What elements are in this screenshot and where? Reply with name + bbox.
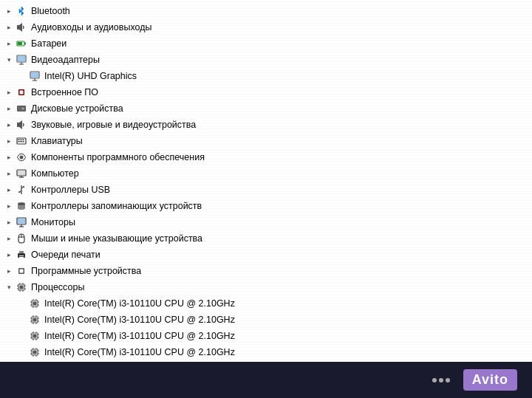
tree-item-disk[interactable]: Дисковые устройства	[0, 100, 532, 117]
label-keyboard: Клавиатуры	[31, 136, 83, 146]
svg-rect-81	[33, 334, 37, 338]
icon-mice	[15, 232, 28, 245]
svg-rect-18	[17, 123, 19, 127]
tree-item-cpu4[interactable]: Intel(R) Core(TM) i3-10110U CPU @ 2.10GH…	[0, 344, 532, 360]
tree-item-keyboard[interactable]: Клавиатуры	[0, 133, 532, 149]
label-intel-uhd: Intel(R) UHD Graphics	[44, 71, 137, 81]
avito-watermark: Avito	[432, 369, 517, 391]
icon-software	[15, 151, 28, 164]
svg-rect-29	[18, 171, 25, 175]
icon-disk	[15, 102, 28, 115]
expander-sound[interactable]	[3, 119, 15, 131]
expander-firmware[interactable]	[3, 86, 15, 98]
expander-display[interactable]	[3, 54, 15, 66]
icon-cpu3	[28, 329, 41, 343]
icon-cpu1	[28, 297, 41, 310]
tree-item-computer[interactable]: Компьютер	[0, 165, 532, 182]
icon-storage-ctrl	[15, 199, 28, 213]
label-print-queue: Очереди печати	[31, 250, 100, 260]
expander-keyboard[interactable]	[3, 135, 15, 147]
svg-rect-91	[33, 351, 37, 354]
expander-prog-devices[interactable]	[3, 265, 15, 277]
svg-rect-49	[20, 270, 24, 273]
svg-rect-22	[21, 140, 22, 141]
expander-disk[interactable]	[3, 103, 15, 114]
svg-rect-23	[23, 140, 24, 141]
tree-item-cpu1[interactable]: Intel(R) Core(TM) i3-10110U CPU @ 2.10GH…	[0, 295, 532, 312]
tree-item-storage-ctrl[interactable]: Контроллеры запоминающих устройств	[0, 198, 532, 214]
avito-badge: Avito	[463, 369, 517, 391]
svg-rect-3	[24, 43, 26, 45]
svg-rect-39	[18, 219, 25, 224]
svg-rect-47	[19, 257, 24, 258]
label-cpu4: Intel(R) Core(TM) i3-10110U CPU @ 2.10GH…	[44, 347, 235, 357]
expander-audio[interactable]	[3, 21, 15, 33]
svg-rect-0	[17, 25, 19, 30]
label-display: Видеоадаптеры	[31, 55, 100, 65]
expander-software[interactable]	[3, 151, 15, 163]
svg-marker-1	[19, 23, 22, 32]
icon-prog-devices	[15, 264, 28, 278]
svg-rect-14	[20, 91, 24, 95]
tree-item-bluetooth[interactable]: Bluetooth	[0, 3, 532, 19]
label-firmware: Встроенное ПО	[31, 87, 98, 97]
dot2	[439, 378, 443, 382]
svg-rect-25	[21, 141, 22, 143]
svg-rect-26	[23, 141, 24, 143]
svg-point-27	[20, 156, 24, 159]
tree-item-sound[interactable]: Звуковые, игровые и видеоустройства	[0, 117, 532, 133]
expander-storage-ctrl[interactable]	[3, 200, 15, 212]
expander-processors[interactable]	[3, 281, 15, 293]
label-cpu1: Intel(R) Core(TM) i3-10110U CPU @ 2.10GH…	[44, 298, 235, 309]
icon-print-queue	[15, 248, 28, 261]
icon-intel-uhd	[28, 69, 41, 83]
tree-item-intel-uhd[interactable]: Intel(R) UHD Graphics	[0, 68, 532, 84]
tree-item-display[interactable]: Видеоадаптеры	[0, 52, 532, 68]
tree-item-software[interactable]: Компоненты программного обеспечения	[0, 149, 532, 165]
icon-audio	[15, 21, 28, 34]
expander-monitors[interactable]	[3, 216, 15, 228]
expander-battery[interactable]	[3, 38, 15, 49]
label-cpu3: Intel(R) Core(TM) i3-10110U CPU @ 2.10GH…	[44, 331, 235, 341]
label-prog-devices: Программные устройства	[31, 266, 141, 276]
icon-cpu4	[28, 346, 41, 359]
svg-marker-19	[19, 120, 22, 129]
tree-item-processors[interactable]: Процессоры	[0, 279, 532, 295]
expander-mice[interactable]	[3, 233, 15, 244]
tree-item-battery[interactable]: Батареи	[0, 35, 532, 52]
icon-sound	[15, 118, 28, 131]
label-sound: Звуковые, игровые и видеоустройства	[31, 120, 196, 130]
expander-print-queue[interactable]	[3, 249, 15, 261]
device-manager-panel: BluetoothАудиовходы и аудиовыходыБатареи…	[0, 0, 532, 362]
svg-rect-21	[18, 140, 20, 141]
tree-item-mice[interactable]: Мыши и иные указывающие устройства	[0, 230, 532, 247]
svg-rect-71	[33, 318, 37, 322]
svg-rect-4	[18, 42, 22, 45]
icon-usb	[15, 183, 28, 196]
icon-display	[15, 53, 28, 66]
label-computer: Компьютер	[31, 168, 79, 179]
tree-item-firmware[interactable]: Встроенное ПО	[0, 84, 532, 100]
tree-item-cpu3[interactable]: Intel(R) Core(TM) i3-10110U CPU @ 2.10GH…	[0, 328, 532, 344]
tree-item-print-queue[interactable]: Очереди печати	[0, 247, 532, 263]
svg-rect-51	[20, 286, 24, 289]
tree-item-usb[interactable]: Контроллеры USB	[0, 182, 532, 198]
expander-bluetooth[interactable]	[3, 5, 15, 17]
tree-item-audio[interactable]: Аудиовходы и аудиовыходы	[0, 19, 532, 35]
label-bluetooth: Bluetooth	[31, 6, 70, 16]
label-mice: Мыши и иные указывающие устройства	[31, 233, 202, 244]
svg-rect-10	[31, 72, 38, 78]
tree-item-cpu2[interactable]: Intel(R) Core(TM) i3-10110U CPU @ 2.10GH…	[0, 312, 532, 328]
label-usb: Контроллеры USB	[31, 185, 110, 195]
icon-keyboard	[15, 134, 28, 148]
tree-item-monitors[interactable]: Мониторы	[0, 214, 532, 230]
icon-bluetooth	[15, 4, 28, 18]
expander-computer[interactable]	[3, 168, 15, 179]
svg-point-17	[22, 108, 24, 110]
expander-usb[interactable]	[3, 184, 15, 196]
icon-processors	[15, 281, 28, 294]
icon-monitors	[15, 216, 28, 229]
tree-item-prog-devices[interactable]: Программные устройства	[0, 263, 532, 279]
svg-rect-61	[33, 302, 37, 306]
label-storage-ctrl: Контроллеры запоминающих устройств	[31, 201, 202, 211]
